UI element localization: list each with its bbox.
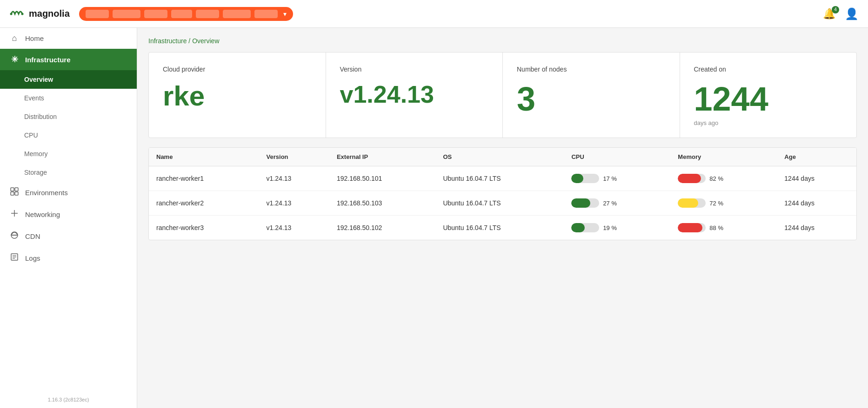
cell-cpu-0: 17 % [564,166,670,191]
sidebar-label-environments: Environments [25,189,68,197]
sidebar-item-memory[interactable]: Memory [0,145,137,163]
sidebar-label-events: Events [24,94,44,102]
nodes-table-section: Name Version External IP OS CPU Memory A… [148,147,857,240]
svg-rect-5 [15,192,18,195]
sidebar-item-home[interactable]: ⌂ Home [0,28,137,49]
logo: magnolia [9,7,70,20]
sidebar: ⌂ Home ✳ Infrastructure Overview Events … [0,28,137,408]
sidebar-label-cpu: CPU [24,132,38,139]
sidebar-item-events[interactable]: Events [0,89,137,107]
svg-rect-3 [15,188,18,191]
svg-point-1 [21,13,24,15]
cell-name-0: rancher-worker1 [149,166,259,191]
cpu-bar-fill-2 [571,223,585,232]
col-os: OS [435,148,564,166]
mem-label-2: 88 % [709,224,723,231]
bc-seg-3 [144,10,167,18]
main-content: Infrastructure / Overview Cloud provider… [137,28,868,408]
stat-label-version: Version [340,66,489,73]
col-memory: Memory [670,148,777,166]
svg-rect-2 [11,188,14,191]
cell-ip-1: 192.168.50.103 [329,191,435,216]
sidebar-label-memory: Memory [24,150,48,158]
mem-bar-fill-2 [678,223,702,232]
cell-cpu-2: 19 % [564,216,670,240]
cpu-bar-fill-0 [571,174,583,183]
sidebar-item-overview[interactable]: Overview [0,70,137,89]
cell-version-1: v1.24.13 [259,191,329,216]
cpu-label-2: 19 % [603,224,617,231]
cpu-bar-1 [571,198,599,208]
stat-label-nodes: Number of nodes [517,66,666,73]
cell-os-2: Ubuntu 16.04.7 LTS [435,216,564,240]
sidebar-item-distribution[interactable]: Distribution [0,107,137,126]
cell-version-2: v1.24.13 [259,216,329,240]
topnav-right: 🔔 4 👤 [823,7,859,20]
cell-name-2: rancher-worker3 [149,216,259,240]
cell-os-1: Ubuntu 16.04.7 LTS [435,191,564,216]
table-row: rancher-worker2 v1.24.13 192.168.50.103 … [149,191,856,216]
sidebar-item-logs[interactable]: Logs [0,247,137,269]
table-row: rancher-worker3 v1.24.13 192.168.50.102 … [149,216,856,240]
stat-card-cloud-provider: Cloud provider rke [149,53,326,138]
mem-bar-0 [678,174,706,183]
cell-ip-0: 192.168.50.101 [329,166,435,191]
sidebar-label-networking: Networking [25,211,60,218]
sidebar-version: 1.16.3 (2c8123ec) [0,391,137,408]
bc-seg-6 [223,10,251,18]
cpu-bar-0 [571,174,599,183]
sidebar-item-infrastructure[interactable]: ✳ Infrastructure [0,49,137,70]
notification-button[interactable]: 🔔 4 [823,8,835,20]
sidebar-label-home: Home [25,34,44,42]
stat-card-nodes: Number of nodes 3 [503,53,680,138]
sidebar-label-storage: Storage [24,169,47,176]
mem-bar-fill-0 [678,174,701,183]
cell-cpu-1: 27 % [564,191,670,216]
sidebar-item-cpu[interactable]: CPU [0,126,137,145]
bc-seg-1 [86,10,109,18]
cell-memory-0: 82 % [670,166,777,191]
stat-card-version: Version v1.24.13 [326,53,503,138]
stat-value-version: v1.24.13 [340,82,489,106]
breadcrumb-dropdown-icon[interactable]: ▾ [283,10,287,18]
mem-bar-fill-1 [678,198,698,208]
table-row: rancher-worker1 v1.24.13 192.168.50.101 … [149,166,856,191]
svg-rect-4 [11,192,14,195]
logs-icon [9,253,20,263]
cpu-bar-fill-1 [571,198,590,208]
notification-badge: 4 [832,6,839,13]
table-body: rancher-worker1 v1.24.13 192.168.50.101 … [149,166,856,240]
cell-age-2: 1244 days [777,216,856,240]
cell-os-0: Ubuntu 16.04.7 LTS [435,166,564,191]
col-version: Version [259,148,329,166]
topnav-left: magnolia ▾ [9,7,293,21]
col-name: Name [149,148,259,166]
sidebar-item-storage[interactable]: Storage [0,163,137,182]
infrastructure-icon: ✳ [9,54,20,65]
sidebar-label-overview: Overview [24,76,53,83]
bc-seg-7 [254,10,278,18]
sidebar-label-cdn: CDN [25,232,40,240]
sidebar-item-networking[interactable]: Networking [0,204,137,225]
mem-label-0: 82 % [709,175,723,182]
magnolia-logo-icon [9,7,26,20]
sidebar-item-environments[interactable]: Environments [0,182,137,204]
stat-card-created: Created on 1244 days ago [680,53,857,138]
col-external-ip: External IP [329,148,435,166]
cell-name-1: rancher-worker2 [149,191,259,216]
cpu-label-0: 17 % [603,175,617,182]
main-layout: ⌂ Home ✳ Infrastructure Overview Events … [0,28,868,408]
mem-bar-2 [678,223,706,232]
cell-age-0: 1244 days [777,166,856,191]
table-header: Name Version External IP OS CPU Memory A… [149,148,856,166]
cell-ip-2: 192.168.50.102 [329,216,435,240]
cell-age-1: 1244 days [777,191,856,216]
bc-seg-2 [113,10,140,18]
home-icon: ⌂ [9,33,20,43]
sidebar-item-cdn[interactable]: CDN [0,225,137,247]
cdn-icon [9,231,20,242]
user-menu-button[interactable]: 👤 [845,7,859,20]
cell-version-0: v1.24.13 [259,166,329,191]
cpu-label-1: 27 % [603,200,617,207]
breadcrumb-bar[interactable]: ▾ [79,7,293,21]
